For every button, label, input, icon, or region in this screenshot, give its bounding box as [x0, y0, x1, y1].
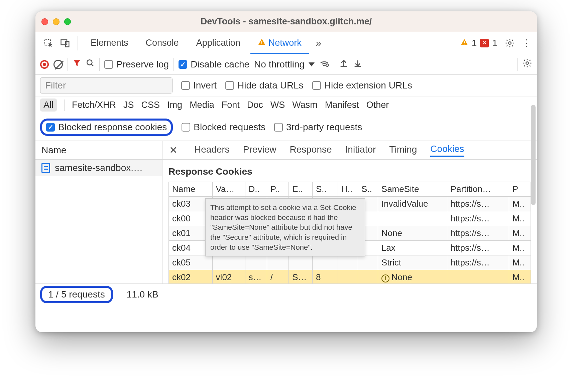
col-httponly[interactable]: H.. [338, 182, 358, 197]
disable-cache-checkbox[interactable]: Disable cache [179, 59, 249, 70]
blocked-filter-row: Blocked response cookies Blocked request… [35, 115, 537, 141]
type-img[interactable]: Img [167, 100, 182, 110]
clear-button[interactable] [53, 60, 63, 69]
col-path[interactable]: P.. [267, 182, 289, 197]
invert-checkbox[interactable]: Invert [181, 80, 217, 91]
table-row[interactable]: ck02vl02s…/S…8iNoneM.. [169, 270, 531, 284]
close-window-button[interactable] [41, 18, 48, 25]
import-har-icon[interactable] [339, 58, 348, 70]
tab-network-label: Network [268, 38, 302, 48]
inspect-element-icon[interactable] [41, 36, 55, 50]
checkbox-icon [182, 123, 190, 132]
tab-timing[interactable]: Timing [389, 144, 417, 156]
table-cell: 8 [312, 270, 338, 284]
type-media[interactable]: Media [190, 100, 214, 110]
type-fetch-xhr[interactable]: Fetch/XHR [72, 100, 116, 110]
col-name[interactable]: Name [169, 182, 213, 197]
export-har-icon[interactable] [353, 58, 362, 70]
col-secure[interactable]: S.. [358, 182, 378, 197]
filter-input[interactable]: Filter [40, 77, 173, 93]
separator [120, 287, 120, 302]
minimize-window-button[interactable] [53, 18, 60, 25]
section-title: Response Cookies [168, 166, 531, 177]
tab-console[interactable]: Console [138, 32, 186, 54]
type-css[interactable]: CSS [141, 100, 160, 110]
col-expires[interactable]: E.. [289, 182, 313, 197]
window-title: DevTools - samesite-sandbox.glitch.me/ [35, 16, 537, 27]
checkbox-icon [104, 60, 113, 69]
device-toolbar-icon[interactable] [58, 36, 72, 50]
filter-toggle-icon[interactable] [73, 59, 81, 70]
issues-summary[interactable]: 1 × 1 [460, 38, 497, 48]
chevron-down-icon [309, 62, 315, 66]
preserve-log-label: Preserve log [116, 59, 169, 70]
col-size[interactable]: S.. [312, 182, 338, 197]
scrollbar[interactable] [531, 105, 536, 205]
preserve-log-checkbox[interactable]: Preserve log [104, 59, 169, 70]
maximize-window-button[interactable] [64, 18, 71, 25]
table-cell [358, 255, 378, 270]
tab-preview[interactable]: Preview [243, 144, 276, 156]
table-cell [338, 255, 358, 270]
tab-application[interactable]: Application [189, 32, 248, 54]
type-wasm[interactable]: Wasm [292, 100, 318, 110]
blocked-response-cookies-checkbox[interactable]: Blocked response cookies [46, 122, 167, 133]
tab-cookies[interactable]: Cookies [430, 144, 464, 157]
network-settings-icon[interactable] [522, 58, 532, 70]
network-toolbar: Preserve log Disable cache No throttling [35, 54, 537, 75]
requests-count: 1 / 5 requests [48, 289, 105, 300]
table-cell: None [378, 226, 447, 241]
hide-data-label: Hide data URLs [237, 80, 304, 91]
tab-headers[interactable]: Headers [194, 144, 230, 156]
third-party-checkbox[interactable]: 3rd-party requests [274, 122, 362, 133]
type-other[interactable]: Other [366, 100, 389, 110]
more-tabs-button[interactable]: » [312, 36, 326, 50]
warning-icon [460, 38, 468, 48]
highlighted-status: 1 / 5 requests [40, 286, 113, 303]
col-partition[interactable]: Partition… [447, 182, 509, 197]
warning-icon [258, 38, 266, 48]
table-cell: https://s… [447, 211, 509, 226]
network-conditions-icon[interactable] [319, 58, 329, 70]
table-cell: M.. [509, 255, 531, 270]
type-doc[interactable]: Doc [247, 100, 263, 110]
devtools-window: DevTools - samesite-sandbox.glitch.me/ E… [35, 11, 537, 332]
record-button[interactable] [40, 60, 49, 69]
type-font[interactable]: Font [222, 100, 240, 110]
tab-initiator[interactable]: Initiator [345, 144, 376, 156]
table-cell: M.. [509, 197, 531, 211]
tab-network[interactable]: Network [250, 32, 309, 54]
detail-tab-bar: ✕ Headers Preview Response Initiator Tim… [162, 141, 537, 160]
col-samesite[interactable]: SameSite [378, 182, 447, 197]
hide-extension-urls-checkbox[interactable]: Hide extension URLs [312, 80, 412, 91]
close-details-button[interactable]: ✕ [169, 144, 178, 156]
kebab-menu-icon[interactable]: ⋮ [520, 36, 534, 50]
svg-point-9 [326, 64, 329, 67]
col-value[interactable]: Va… [212, 182, 245, 197]
settings-icon[interactable] [503, 36, 517, 50]
col-priority[interactable]: P [509, 182, 531, 197]
table-row[interactable]: ck05Stricthttps://s…M.. [169, 255, 531, 270]
checkbox-icon [312, 81, 321, 90]
name-column-header[interactable]: Name [35, 141, 162, 160]
highlighted-filter: Blocked response cookies [40, 119, 173, 136]
search-icon[interactable] [86, 59, 95, 70]
tab-elements[interactable]: Elements [83, 32, 136, 54]
table-cell [338, 270, 358, 284]
info-icon[interactable]: i [381, 274, 389, 282]
table-cell: iNone [378, 270, 447, 284]
tab-response[interactable]: Response [290, 144, 332, 156]
type-manifest[interactable]: Manifest [325, 100, 359, 110]
separator [78, 36, 78, 50]
checkbox-icon [225, 81, 234, 90]
throttling-select[interactable]: No throttling [254, 59, 315, 70]
type-ws[interactable]: WS [270, 100, 285, 110]
type-js[interactable]: JS [123, 100, 134, 110]
request-row[interactable]: samesite-sandbox.… [35, 160, 162, 176]
hide-data-urls-checkbox[interactable]: Hide data URLs [225, 80, 304, 91]
type-all[interactable]: All [40, 99, 57, 112]
separator [99, 58, 100, 71]
blocked-requests-checkbox[interactable]: Blocked requests [182, 122, 265, 133]
svg-rect-5 [464, 41, 465, 43]
col-domain[interactable]: D.. [245, 182, 267, 197]
